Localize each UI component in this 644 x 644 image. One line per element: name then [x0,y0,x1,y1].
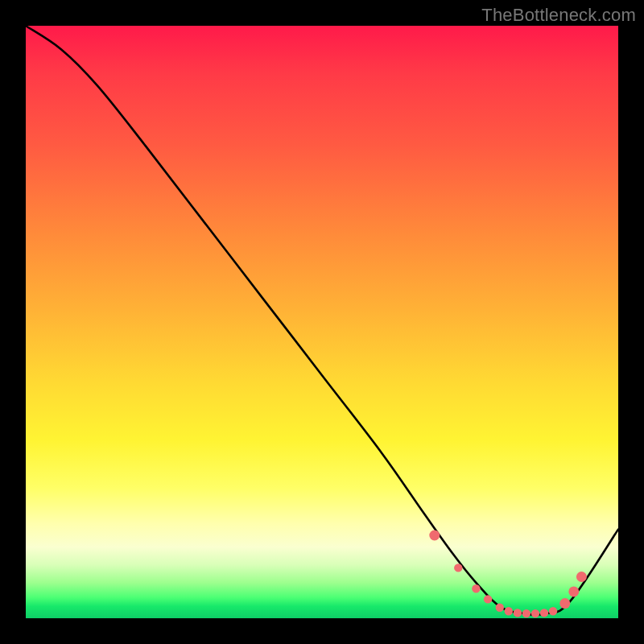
marker-point [559,598,570,609]
marker-point [429,530,440,541]
marker-point [549,607,557,615]
marker-point [540,609,548,617]
marker-point [531,609,539,617]
marker-point [484,595,492,603]
highlight-markers [429,530,587,618]
marker-point [514,609,522,617]
chart-frame: TheBottleneck.com [0,0,644,644]
marker-point [496,604,504,612]
marker-point [522,609,530,617]
curve-svg [26,26,618,618]
marker-point [568,586,579,597]
marker-point [576,572,587,582]
marker-point [472,584,480,592]
marker-point [454,564,462,572]
bottleneck-curve-path [26,26,618,615]
plot-area [26,26,618,618]
marker-point [505,607,513,615]
watermark-text: TheBottleneck.com [481,5,636,26]
